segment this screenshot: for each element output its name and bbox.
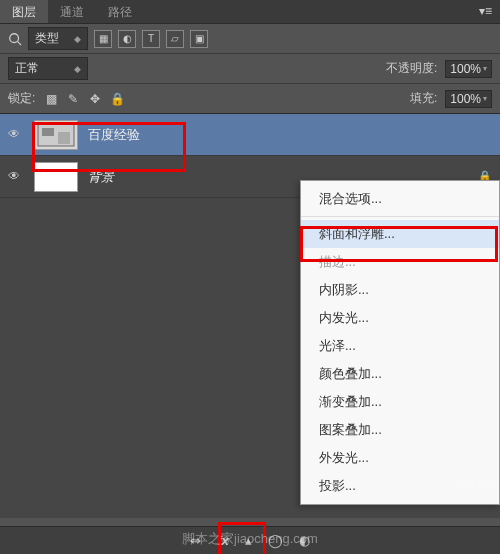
menu-pattern-overlay[interactable]: 图案叠加... bbox=[301, 416, 499, 444]
fx-button[interactable]: fx bbox=[217, 533, 229, 548]
fill-value: 100% bbox=[450, 92, 481, 106]
filter-kind-label: 类型 bbox=[35, 30, 59, 47]
menu-drop-shadow[interactable]: 投影... bbox=[301, 472, 499, 500]
blend-mode-select[interactable]: 正常 ◆ bbox=[8, 57, 88, 80]
menu-satin[interactable]: 光泽... bbox=[301, 332, 499, 360]
menu-outer-glow[interactable]: 外发光... bbox=[301, 444, 499, 472]
tab-channels[interactable]: 通道 bbox=[48, 0, 96, 23]
lock-transparency-icon[interactable]: ▩ bbox=[43, 91, 59, 107]
fill-label: 填充: bbox=[410, 90, 437, 107]
chevron-down-icon: ◆ bbox=[74, 34, 81, 44]
menu-inner-shadow[interactable]: 内阴影... bbox=[301, 276, 499, 304]
layer-row[interactable]: 👁 百度经验 bbox=[0, 114, 500, 156]
fill-input[interactable]: 100% ▾ bbox=[445, 90, 492, 108]
filter-pixel-icon[interactable]: ▦ bbox=[94, 30, 112, 48]
menu-gradient-overlay[interactable]: 渐变叠加... bbox=[301, 388, 499, 416]
layer-name: 百度经验 bbox=[88, 126, 140, 144]
svg-rect-4 bbox=[58, 132, 70, 144]
menu-inner-glow[interactable]: 内发光... bbox=[301, 304, 499, 332]
filter-type-icon[interactable]: T bbox=[142, 30, 160, 48]
layer-thumbnail[interactable] bbox=[34, 120, 78, 150]
lock-all-icon[interactable]: 🔒 bbox=[109, 91, 125, 107]
filter-adjust-icon[interactable]: ◐ bbox=[118, 30, 136, 48]
tab-layers[interactable]: 图层 bbox=[0, 0, 48, 23]
visibility-icon[interactable]: 👁 bbox=[8, 169, 24, 185]
svg-line-1 bbox=[18, 41, 22, 45]
filter-row: 类型 ◆ ▦ ◐ T ▱ ▣ bbox=[0, 24, 500, 54]
link-layers-icon[interactable]: ⇔ bbox=[190, 533, 201, 548]
chevron-up-icon: ▴ bbox=[245, 533, 252, 548]
lock-row: 锁定: ▩ ✎ ✥ 🔒 填充: 100% ▾ bbox=[0, 84, 500, 114]
chevron-down-icon: ▾ bbox=[483, 94, 487, 103]
blend-row: 正常 ◆ 不透明度: 100% ▾ bbox=[0, 54, 500, 84]
layer-mask-icon[interactable]: ◯ bbox=[268, 533, 283, 548]
menu-blending-options[interactable]: 混合选项... bbox=[301, 185, 499, 213]
panel-menu-icon[interactable]: ▾≡ bbox=[471, 0, 500, 23]
lock-icons: ▩ ✎ ✥ 🔒 bbox=[43, 91, 125, 107]
panel-bottom-bar: ⇔ fx ▴ ◯ ◐ bbox=[0, 526, 500, 554]
menu-bevel-emboss[interactable]: 斜面和浮雕... bbox=[301, 220, 499, 248]
opacity-value: 100% bbox=[450, 62, 481, 76]
menu-separator bbox=[301, 216, 499, 217]
chevron-down-icon: ▾ bbox=[483, 64, 487, 73]
svg-point-0 bbox=[10, 33, 19, 42]
layer-name: 背景 bbox=[88, 168, 114, 186]
filter-kind-select[interactable]: 类型 ◆ bbox=[28, 27, 88, 50]
chevron-down-icon: ◆ bbox=[74, 64, 81, 74]
opacity-label: 不透明度: bbox=[386, 60, 437, 77]
visibility-icon[interactable]: 👁 bbox=[8, 127, 24, 143]
layer-thumbnail[interactable] bbox=[34, 162, 78, 192]
adjustment-layer-icon[interactable]: ◐ bbox=[299, 533, 310, 548]
menu-color-overlay[interactable]: 颜色叠加... bbox=[301, 360, 499, 388]
filter-smart-icon[interactable]: ▣ bbox=[190, 30, 208, 48]
filter-shape-icon[interactable]: ▱ bbox=[166, 30, 184, 48]
tab-paths[interactable]: 路径 bbox=[96, 0, 144, 23]
lock-pixels-icon[interactable]: ✎ bbox=[65, 91, 81, 107]
search-icon[interactable] bbox=[8, 32, 22, 46]
lock-label: 锁定: bbox=[8, 90, 35, 107]
menu-stroke[interactable]: 描边... bbox=[301, 248, 499, 276]
panel-tabs: 图层 通道 路径 ▾≡ bbox=[0, 0, 500, 24]
svg-rect-3 bbox=[42, 128, 54, 136]
blend-mode-value: 正常 bbox=[15, 60, 39, 77]
fx-context-menu: 混合选项... 斜面和浮雕... 描边... 内阴影... 内发光... 光泽.… bbox=[300, 180, 500, 505]
lock-position-icon[interactable]: ✥ bbox=[87, 91, 103, 107]
opacity-input[interactable]: 100% ▾ bbox=[445, 60, 492, 78]
